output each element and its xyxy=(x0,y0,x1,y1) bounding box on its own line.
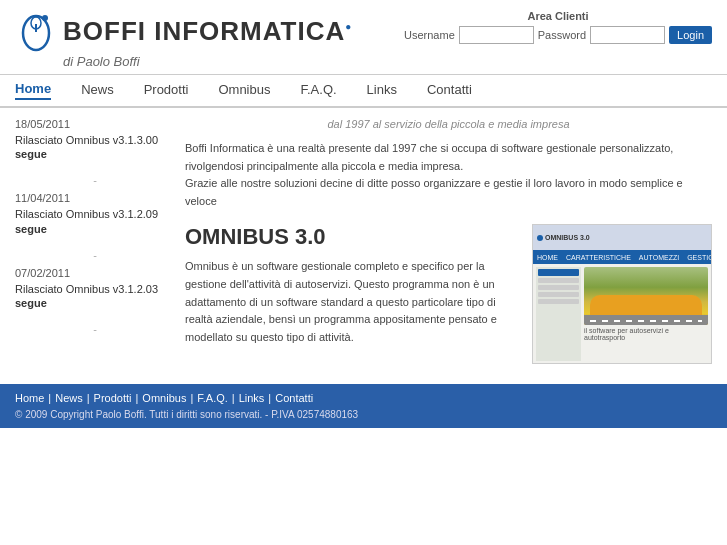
username-input[interactable] xyxy=(459,26,534,44)
omnibus-nav-item-4: GESTIONI xyxy=(687,254,712,261)
omnibus-title: OMNIBUS 3.0 xyxy=(185,224,520,250)
logo-text: BOFFI INFORMATICA● xyxy=(63,16,352,47)
omnibus-desc: Omnibus è un software gestionale complet… xyxy=(185,258,520,346)
footer-link-home[interactable]: Home xyxy=(15,392,44,404)
news-segue-1[interactable]: segue xyxy=(15,148,175,160)
news-segue-3[interactable]: segue xyxy=(15,297,175,309)
footer-sep-4: | xyxy=(190,392,193,404)
news-divider-3: - xyxy=(15,323,175,335)
password-label: Password xyxy=(538,29,586,41)
nav-item-prodotti[interactable]: Prodotti xyxy=(144,82,189,99)
content-area: dal 1997 al servizio della piccola e med… xyxy=(185,118,712,364)
footer-sep-2: | xyxy=(87,392,90,404)
omnibus-bus-visual xyxy=(584,267,708,325)
news-segue-2[interactable]: segue xyxy=(15,223,175,235)
footer-link-contatti[interactable]: Contatti xyxy=(275,392,313,404)
omnibus-screenshot: OMNIBUS 3.0 HOME CARATTERISTICHE AUTOMEZ… xyxy=(532,224,712,364)
omnibus-nav-item-2: CARATTERISTICHE xyxy=(566,254,631,261)
username-label: Username xyxy=(404,29,455,41)
tagline: dal 1997 al servizio della piccola e med… xyxy=(185,118,712,130)
password-input[interactable] xyxy=(590,26,665,44)
footer-copyright: © 2009 Copyright Paolo Boffi. Tutti i di… xyxy=(15,409,712,420)
main-content: 18/05/2011 Rilasciato Omnibus v3.1.3.00 … xyxy=(0,108,727,374)
omnibus-text: OMNIBUS 3.0 Omnibus è un software gestio… xyxy=(185,224,520,346)
omnibus-nav-item-1: HOME xyxy=(537,254,558,261)
nav-item-omnibus[interactable]: Omnibus xyxy=(218,82,270,99)
login-form: Username Password Login xyxy=(404,26,712,44)
omnibus-mock-navbar: HOME CARATTERISTICHE AUTOMEZZI GESTIONI xyxy=(533,250,711,264)
area-clienti-title: Area Clienti xyxy=(404,10,712,22)
footer-sep-1: | xyxy=(48,392,51,404)
sidebar: 18/05/2011 Rilasciato Omnibus v3.1.3.00 … xyxy=(15,118,175,364)
news-divider-1: - xyxy=(15,174,175,186)
nav-item-contatti[interactable]: Contatti xyxy=(427,82,472,99)
footer: Home | News | Prodotti | Omnibus | F.A.Q… xyxy=(0,384,727,428)
news-text-2: Rilasciato Omnibus v3.1.2.09 xyxy=(15,207,175,222)
svg-point-0 xyxy=(23,16,49,50)
footer-sep-6: | xyxy=(268,392,271,404)
logo-top: BOFFI INFORMATICA● xyxy=(15,10,352,52)
news-date-2: 11/04/2011 xyxy=(15,192,175,204)
footer-link-omnibus[interactable]: Omnibus xyxy=(142,392,186,404)
news-item-3: 07/02/2011 Rilasciato Omnibus v3.1.2.03 … xyxy=(15,267,175,309)
logo-mouse-icon xyxy=(15,10,57,52)
nav-item-home[interactable]: Home xyxy=(15,81,51,100)
footer-sep-5: | xyxy=(232,392,235,404)
svg-point-3 xyxy=(42,15,48,21)
area-clienti: Area Clienti Username Password Login xyxy=(404,10,712,44)
news-item-2: 11/04/2011 Rilasciato Omnibus v3.1.2.09 … xyxy=(15,192,175,234)
omnibus-logo-dot xyxy=(537,235,543,241)
nav-item-news[interactable]: News xyxy=(81,82,114,99)
footer-sep-3: | xyxy=(136,392,139,404)
login-button[interactable]: Login xyxy=(669,26,712,44)
omnibus-nav-item-3: AUTOMEZZI xyxy=(639,254,679,261)
news-text-3: Rilasciato Omnibus v3.1.2.03 xyxy=(15,282,175,297)
omnibus-mock-main: il software per autoservizi e autotraspo… xyxy=(584,267,708,361)
news-text-1: Rilasciato Omnibus v3.1.3.00 xyxy=(15,133,175,148)
intro-text: Boffi Informatica è una realtà presente … xyxy=(185,140,712,210)
news-item-1: 18/05/2011 Rilasciato Omnibus v3.1.3.00 … xyxy=(15,118,175,160)
header: BOFFI INFORMATICA● di Paolo Boffi Area C… xyxy=(0,0,727,75)
footer-link-faq[interactable]: F.A.Q. xyxy=(197,392,228,404)
logo-area: BOFFI INFORMATICA● di Paolo Boffi xyxy=(15,10,352,69)
news-date-1: 18/05/2011 xyxy=(15,118,175,130)
nav-item-faq[interactable]: F.A.Q. xyxy=(300,82,336,99)
news-divider-2: - xyxy=(15,249,175,261)
news-date-3: 07/02/2011 xyxy=(15,267,175,279)
footer-nav: Home | News | Prodotti | Omnibus | F.A.Q… xyxy=(15,392,712,404)
omnibus-mock-sidebar xyxy=(536,267,581,361)
omnibus-section: OMNIBUS 3.0 Omnibus è un software gestio… xyxy=(185,224,712,364)
omnibus-mock-caption: il software per autoservizi e autotraspo… xyxy=(584,327,708,341)
omnibus-mock-top: OMNIBUS 3.0 xyxy=(533,225,711,250)
footer-link-links[interactable]: Links xyxy=(239,392,265,404)
omnibus-mock-body: il software per autoservizi e autotraspo… xyxy=(533,264,711,364)
nav: Home News Prodotti Omnibus F.A.Q. Links … xyxy=(0,75,727,108)
nav-item-links[interactable]: Links xyxy=(367,82,397,99)
logo-subtitle: di Paolo Boffi xyxy=(63,54,352,69)
footer-link-news[interactable]: News xyxy=(55,392,83,404)
footer-link-prodotti[interactable]: Prodotti xyxy=(94,392,132,404)
